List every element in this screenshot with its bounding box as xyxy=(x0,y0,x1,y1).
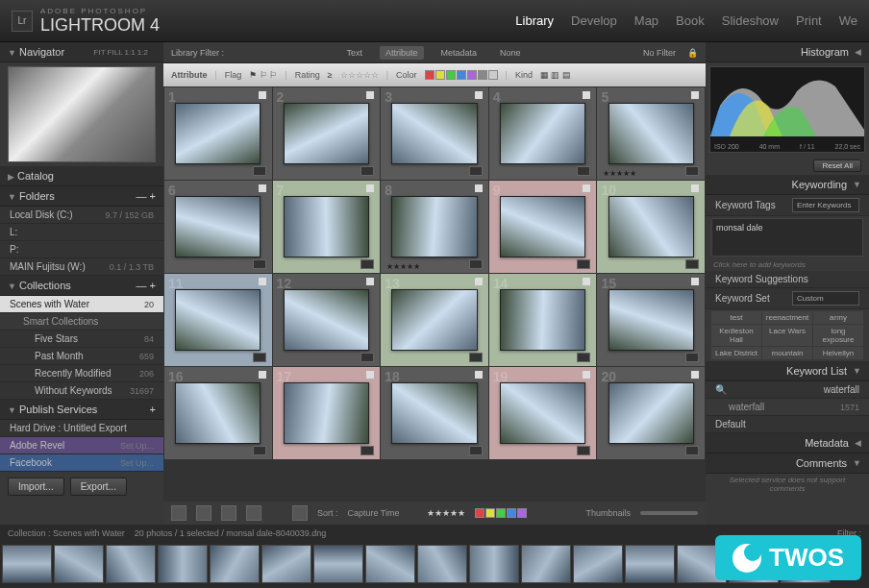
folder-item[interactable]: Local Disk (C:)9.7 / 152 GB xyxy=(0,207,163,224)
grid-cell[interactable]: 6 xyxy=(164,181,272,273)
keyword-default-row[interactable]: Default xyxy=(706,416,869,433)
grid-cell[interactable]: 11 xyxy=(164,274,272,366)
keyword-set-select[interactable] xyxy=(792,291,859,306)
filter-tab-text[interactable]: Text xyxy=(340,46,368,60)
collection-item[interactable]: Recently Modified206 xyxy=(0,365,163,382)
keyword-search-value[interactable]: waterfall xyxy=(824,384,859,395)
grid-cell[interactable]: 13 xyxy=(381,274,488,366)
collection-item[interactable]: Past Month659 xyxy=(0,348,163,365)
module-library[interactable]: Library xyxy=(515,13,554,28)
painter-icon[interactable] xyxy=(292,505,308,521)
smart-collections-header[interactable]: Smart Collections xyxy=(0,313,163,331)
grid-cell[interactable]: 2 xyxy=(273,87,381,180)
rating-widget[interactable]: ★★★★★ xyxy=(427,508,465,518)
filmstrip-thumb[interactable] xyxy=(313,545,363,583)
module-map[interactable]: Map xyxy=(634,13,658,28)
grid-cell[interactable]: 3 xyxy=(381,87,488,180)
keyword-chip[interactable]: mountain xyxy=(762,347,812,359)
filmstrip-thumb[interactable] xyxy=(521,545,571,583)
collections-header[interactable]: ▼ Collections — + xyxy=(0,276,163,296)
comments-header[interactable]: Comments ▼ xyxy=(706,453,869,474)
filmstrip-thumb[interactable] xyxy=(261,545,311,583)
collection-item[interactable]: Without Keywords31697 xyxy=(0,382,163,400)
navigator-preview[interactable] xyxy=(8,66,156,162)
filmstrip-thumb[interactable] xyxy=(106,545,156,583)
filmstrip-thumb[interactable] xyxy=(417,545,467,583)
grid-cell[interactable]: 12 xyxy=(273,274,381,366)
keyword-chip[interactable]: Lake District xyxy=(711,347,761,359)
lock-icon[interactable]: 🔒 xyxy=(687,48,698,58)
module-slideshow[interactable]: Slideshow xyxy=(722,13,779,28)
status-collection[interactable]: Collection : Scenes with Water xyxy=(8,528,125,538)
grid-cell[interactable]: 10 xyxy=(597,181,705,273)
survey-view-icon[interactable] xyxy=(246,505,261,521)
grid-cell[interactable]: 20 xyxy=(597,367,705,459)
keyword-chip[interactable]: Helvellyn xyxy=(813,347,863,359)
add-folder-icon[interactable]: — + xyxy=(137,190,156,202)
folder-item[interactable]: MAIN Fujitsu (W:)0.1 / 1.3 TB xyxy=(0,258,163,276)
kind-icons[interactable]: ▦ ▥ ▤ xyxy=(540,70,571,80)
keyword-list-item[interactable]: waterfall1571 xyxy=(706,399,869,416)
color-swatches[interactable] xyxy=(425,70,498,80)
keyword-mode-select[interactable] xyxy=(792,198,859,212)
color-label-widget[interactable] xyxy=(475,508,527,518)
keyword-suggestions-header[interactable]: Keyword Suggestions xyxy=(706,271,869,288)
grid-cell[interactable]: 5★★★★★ xyxy=(597,87,705,180)
folder-item[interactable]: P: xyxy=(0,241,163,258)
grid-cell[interactable]: 19 xyxy=(489,367,597,459)
rating-stars[interactable]: ☆☆☆☆☆ xyxy=(340,70,379,80)
filter-tab-none[interactable]: None xyxy=(494,46,527,60)
filmstrip-thumb[interactable] xyxy=(573,545,623,583)
module-web[interactable]: We xyxy=(839,13,857,28)
grid-cell[interactable]: 14 xyxy=(489,274,597,366)
collection-item-selected[interactable]: Scenes with Water20 xyxy=(0,296,163,313)
navigator-header[interactable]: ▼ Navigator FIT FILL 1:1 1:2 xyxy=(0,42,163,62)
grid-cell[interactable]: 7 xyxy=(273,181,381,273)
filmstrip-thumb[interactable] xyxy=(54,545,104,583)
filter-preset[interactable]: No Filter xyxy=(643,48,676,58)
grid-cell[interactable]: 9 xyxy=(489,181,597,273)
keyword-chip[interactable]: test xyxy=(711,311,761,324)
import-button[interactable]: Import... xyxy=(8,478,64,496)
histogram-display[interactable]: ISO 200 40 mm f / 11 22,0 sec xyxy=(709,66,865,153)
keywording-header[interactable]: Keywording ▼ xyxy=(706,175,869,195)
keyword-entry-box[interactable]: monsal dale xyxy=(711,218,863,257)
sort-field[interactable]: Capture Time xyxy=(348,508,400,518)
navigator-zoom-options[interactable]: FIT FILL 1:1 1:2 xyxy=(87,48,156,57)
grid-cell[interactable]: 17 xyxy=(273,367,381,459)
keyword-list-header[interactable]: Keyword List ▼ xyxy=(706,361,869,381)
keyword-add-hint[interactable]: Click here to add keywords xyxy=(706,258,869,271)
catalog-header[interactable]: ▶ Catalog xyxy=(0,166,163,186)
compare-view-icon[interactable] xyxy=(221,505,236,521)
publish-item[interactable]: Hard Drive : Untitled Export xyxy=(0,420,163,437)
filmstrip-thumb[interactable] xyxy=(158,545,208,583)
filmstrip-thumb[interactable] xyxy=(2,545,52,583)
flag-icons[interactable]: ⚑ ⚐ ⚐ xyxy=(249,70,277,80)
folders-header[interactable]: ▼ Folders — + xyxy=(0,186,163,207)
filter-tab-metadata[interactable]: Metadata xyxy=(435,46,484,60)
export-button[interactable]: Export... xyxy=(70,478,127,496)
grid-cell[interactable]: 8★★★★★ xyxy=(381,181,488,273)
thumbnail-size-slider[interactable] xyxy=(640,511,698,515)
grid-cell[interactable]: 4 xyxy=(489,87,597,180)
grid-cell[interactable]: 16 xyxy=(164,367,272,459)
publish-header[interactable]: ▼ Publish Services + xyxy=(0,400,163,420)
keyword-chip[interactable]: army xyxy=(813,311,863,324)
module-develop[interactable]: Develop xyxy=(571,13,617,28)
grid-cell[interactable]: 1 xyxy=(164,87,272,180)
module-print[interactable]: Print xyxy=(796,13,822,28)
module-book[interactable]: Book xyxy=(676,13,705,28)
filter-tab-attribute[interactable]: Attribute xyxy=(380,46,424,60)
keyword-chip[interactable]: Kedleston Hall xyxy=(711,325,761,346)
collection-item[interactable]: Five Stars84 xyxy=(0,331,163,348)
loupe-view-icon[interactable] xyxy=(196,505,211,521)
reset-all-button[interactable]: Reset All xyxy=(813,159,861,172)
filmstrip-thumb[interactable] xyxy=(625,545,675,583)
publish-item-revel[interactable]: Adobe RevelSet Up... xyxy=(0,437,163,454)
filmstrip-thumb[interactable] xyxy=(469,545,519,583)
keyword-chip[interactable]: Lace Wars xyxy=(762,325,812,346)
filmstrip-thumb[interactable] xyxy=(365,545,415,583)
keyword-chip[interactable]: reenactment xyxy=(762,311,812,324)
add-collection-icon[interactable]: — + xyxy=(137,280,156,291)
metadata-header[interactable]: Metadata ◀ xyxy=(706,433,869,453)
